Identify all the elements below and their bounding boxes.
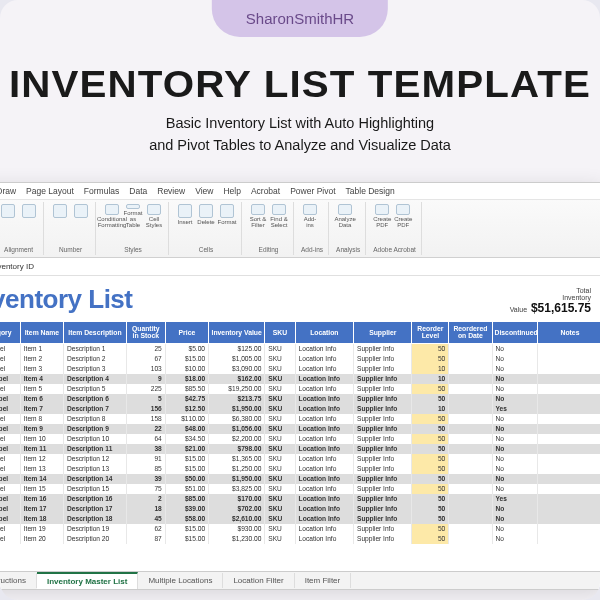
cell[interactable]: 45 [126,514,165,524]
cell[interactable]: Item 12 [20,454,63,464]
cell[interactable] [449,464,492,474]
ribbon-btn[interactable]: Add-ins [301,204,319,228]
cell[interactable]: Description 4 [64,374,127,384]
table-row[interactable]: Category LabelItem 17Description 1718$39… [0,504,600,514]
cell[interactable] [449,424,492,434]
cell[interactable]: Category Label [0,394,20,404]
cell[interactable]: $50.00 [165,474,208,484]
ribbon-btn[interactable] [51,204,69,228]
sheet-tab-instructions[interactable]: Instructions [0,573,37,588]
cell[interactable]: No [492,434,537,444]
cell[interactable]: Supplier Info [354,484,412,494]
cell[interactable]: 64 [126,434,165,444]
cell[interactable]: Yes [492,404,537,414]
cell[interactable]: No [492,343,537,354]
cell[interactable]: No [492,354,537,364]
cell[interactable]: 50 [412,394,449,404]
cell[interactable]: SKU [265,524,295,534]
ribbon-btn[interactable] [0,204,17,228]
cell[interactable]: Supplier Info [354,464,412,474]
cell[interactable]: Supplier Info [354,504,412,514]
cell[interactable]: Location Info [295,414,353,424]
cell[interactable]: $48.00 [165,424,208,434]
cell[interactable]: Description 5 [64,384,127,394]
cell[interactable] [449,414,492,424]
cell[interactable]: Location Info [295,494,353,504]
col-header[interactable]: Discontinued [492,322,537,344]
cell[interactable] [537,534,600,544]
cell[interactable]: 225 [126,384,165,394]
cell[interactable]: Location Info [295,374,353,384]
cell[interactable]: Category Label [0,464,20,474]
cell[interactable]: 9 [126,374,165,384]
ribbon-btn[interactable] [72,204,90,228]
cell[interactable]: 50 [412,464,449,474]
cell[interactable]: Category Label [0,494,20,504]
cell[interactable] [449,364,492,374]
cell[interactable]: Item 14 [20,474,63,484]
cell[interactable]: Category Label [0,364,20,374]
cell[interactable]: 50 [412,444,449,454]
cell[interactable]: SKU [265,484,295,494]
cell[interactable] [449,524,492,534]
col-header[interactable]: Reorder Level [412,322,449,344]
cell[interactable] [537,514,600,524]
cell[interactable] [449,343,492,354]
cell[interactable]: Item 7 [20,404,63,414]
cell[interactable]: 38 [126,444,165,454]
ribbon-btn[interactable]: Insert [176,204,194,228]
cell[interactable]: Category Label [0,434,20,444]
cell[interactable] [449,444,492,454]
cell[interactable]: SKU [265,414,295,424]
cell[interactable]: 67 [126,354,165,364]
cell[interactable]: Description 6 [64,394,127,404]
cell[interactable]: Item 16 [20,494,63,504]
cell[interactable]: $125.00 [209,343,265,354]
cell[interactable]: Description 3 [64,364,127,374]
cell[interactable]: $702.00 [209,504,265,514]
cell[interactable]: $85.00 [165,494,208,504]
cell[interactable]: 22 [126,424,165,434]
table-row[interactable]: Category LabelItem 15Description 1575$51… [0,484,600,494]
cell[interactable]: $10.00 [165,364,208,374]
cell[interactable]: $162.00 [209,374,265,384]
col-header[interactable]: Reordered on Date [449,322,492,344]
cell[interactable]: Item 19 [20,524,63,534]
cell[interactable]: $15.00 [165,354,208,364]
menu-page-layout[interactable]: Page Layout [26,186,74,196]
menu-draw[interactable]: Draw [0,186,16,196]
cell[interactable]: Supplier Info [354,364,412,374]
cell[interactable]: 50 [412,343,449,354]
cell[interactable] [537,524,600,534]
cell[interactable]: Location Info [295,504,353,514]
cell[interactable]: SKU [265,424,295,434]
cell[interactable]: Category Label [0,504,20,514]
cell[interactable]: 5 [126,394,165,404]
cell[interactable] [537,434,600,444]
cell[interactable]: SKU [265,374,295,384]
sheet-tab-inventory-master-list[interactable]: Inventory Master List [37,572,138,589]
sheet-tab-item-filter[interactable]: Item Filter [295,573,352,588]
table-row[interactable]: Category LabelItem 18Description 1845$58… [0,514,600,524]
cell[interactable]: $15.00 [165,454,208,464]
cell[interactable]: Supplier Info [354,514,412,524]
cell[interactable]: Description 13 [64,464,127,474]
cell[interactable]: No [492,384,537,394]
cell[interactable]: Item 17 [20,504,63,514]
cell[interactable]: Location Info [295,434,353,444]
cell[interactable]: Item 4 [20,374,63,384]
cell[interactable]: $2,200.00 [209,434,265,444]
cell[interactable]: 10 [412,404,449,414]
cell[interactable]: $34.50 [165,434,208,444]
cell[interactable]: Yes [492,494,537,504]
cell[interactable]: Category Label [0,444,20,454]
cell[interactable]: 50 [412,414,449,424]
cell[interactable]: 50 [412,454,449,464]
cell[interactable]: 2 [126,494,165,504]
cell[interactable]: Supplier Info [354,494,412,504]
table-row[interactable]: Category LabelItem 16Description 162$85.… [0,494,600,504]
cell[interactable]: Location Info [295,444,353,454]
cell[interactable]: Item 10 [20,434,63,444]
cell[interactable]: $2,610.00 [209,514,265,524]
cell[interactable]: Category Label [0,534,20,544]
